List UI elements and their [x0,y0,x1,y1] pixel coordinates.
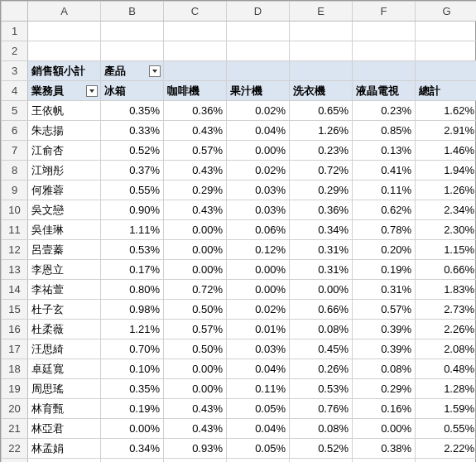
cell[interactable] [290,41,353,61]
data-cell[interactable]: 0.12% [227,240,290,260]
data-cell[interactable]: 0.01% [227,459,290,463]
data-cell[interactable]: 0.62% [416,459,477,463]
data-cell[interactable]: 0.19% [101,459,164,463]
data-cell[interactable]: 0.03% [227,180,290,200]
data-cell[interactable]: 0.10% [101,359,164,379]
data-cell[interactable]: 2.22% [416,439,477,459]
row-header[interactable]: 2 [2,41,28,61]
cell[interactable] [101,22,164,41]
data-cell[interactable]: 0.53% [101,240,164,260]
data-cell[interactable]: 0.55% [416,419,477,439]
data-cell[interactable]: 0.57% [353,300,416,320]
row-header[interactable]: 1 [2,22,28,41]
select-all-corner[interactable] [2,2,28,22]
data-cell[interactable]: 0.65% [290,101,353,121]
row-header[interactable]: 8 [2,161,28,180]
data-cell[interactable]: 0.00% [227,141,290,161]
data-cell[interactable]: 0.43% [164,161,227,180]
data-cell[interactable]: 0.04% [227,419,290,439]
data-cell[interactable]: 0.39% [353,320,416,339]
row-header[interactable]: 20 [2,399,28,419]
row-header[interactable]: 3 [2,61,28,81]
row-label-cell[interactable]: 王依帆 [28,101,101,121]
data-cell[interactable]: 0.41% [290,459,353,463]
row-label-cell[interactable]: 林孟娟 [28,439,101,459]
pivot-row-field[interactable]: 業務員 [28,81,101,101]
row-header[interactable]: 7 [2,141,28,161]
data-cell[interactable]: 0.53% [290,379,353,399]
data-cell[interactable]: 0.00% [164,359,227,379]
data-cell[interactable]: 0.66% [290,300,353,320]
row-label-cell[interactable]: 李祐萱 [28,280,101,300]
data-cell[interactable]: 0.08% [353,359,416,379]
data-cell[interactable]: 0.31% [290,240,353,260]
data-cell[interactable]: 0.11% [227,379,290,399]
row-label-cell[interactable]: 江翊彤 [28,161,101,180]
data-cell[interactable]: 0.72% [290,161,353,180]
data-cell[interactable]: 1.83% [416,280,477,300]
data-cell[interactable]: 0.04% [227,121,290,141]
data-cell[interactable]: 0.02% [227,161,290,180]
data-cell[interactable]: 2.30% [416,220,477,240]
data-cell[interactable]: 0.00% [227,260,290,280]
col-header[interactable]: A [28,2,101,22]
cell[interactable] [164,22,227,41]
data-cell[interactable]: 1.21% [101,320,164,339]
col-header[interactable]: C [164,2,227,22]
data-cell[interactable]: 0.43% [164,399,227,419]
cell[interactable] [416,22,477,41]
data-cell[interactable]: 0.05% [227,439,290,459]
data-cell[interactable]: 0.70% [101,339,164,359]
row-header[interactable]: 12 [2,240,28,260]
data-cell[interactable]: 0.31% [290,260,353,280]
data-cell[interactable]: 1.28% [416,379,477,399]
row-header[interactable]: 15 [2,300,28,320]
data-cell[interactable]: 0.50% [164,339,227,359]
data-cell[interactable]: 0.41% [353,161,416,180]
data-cell[interactable]: 2.26% [416,320,477,339]
data-cell[interactable]: 0.50% [164,300,227,320]
data-cell[interactable]: 0.00% [227,280,290,300]
data-cell[interactable]: 0.17% [101,260,164,280]
data-cell[interactable]: 0.66% [416,260,477,280]
cell[interactable] [353,22,416,41]
data-cell[interactable]: 0.52% [290,439,353,459]
data-cell[interactable]: 0.19% [101,399,164,419]
data-cell[interactable]: 0.23% [353,101,416,121]
data-cell[interactable]: 0.01% [227,320,290,339]
row-header[interactable]: 5 [2,101,28,121]
row-label-cell[interactable]: 卓廷寬 [28,359,101,379]
cell[interactable] [101,41,164,61]
row-label-cell[interactable]: 汪思綺 [28,339,101,359]
cell[interactable] [353,61,416,81]
cell[interactable] [416,41,477,61]
row-label-cell[interactable]: 林泓毅 [28,459,101,463]
data-cell[interactable]: 0.00% [353,459,416,463]
data-cell[interactable]: 0.57% [164,141,227,161]
dropdown-icon[interactable] [86,85,98,97]
data-cell[interactable]: 0.72% [164,280,227,300]
data-cell[interactable]: 0.16% [353,399,416,419]
cell[interactable] [28,41,101,61]
data-cell[interactable]: 0.93% [164,439,227,459]
data-cell[interactable]: 0.34% [101,439,164,459]
data-cell[interactable]: 0.00% [353,419,416,439]
data-cell[interactable]: 0.29% [353,379,416,399]
row-header[interactable]: 13 [2,260,28,280]
col-header[interactable]: D [227,2,290,22]
cell[interactable] [353,41,416,61]
data-cell[interactable]: 0.03% [227,200,290,220]
cell[interactable] [416,61,477,81]
data-cell[interactable]: 0.05% [227,399,290,419]
row-label-cell[interactable]: 杜柔薇 [28,320,101,339]
data-cell[interactable]: 1.94% [416,161,477,180]
data-cell[interactable]: 0.98% [101,300,164,320]
data-cell[interactable]: 0.06% [227,220,290,240]
data-cell[interactable]: 0.04% [227,359,290,379]
row-label-cell[interactable]: 朱志揚 [28,121,101,141]
row-label-cell[interactable]: 吳佳琳 [28,220,101,240]
data-cell[interactable]: 0.48% [416,359,477,379]
row-header[interactable]: 19 [2,379,28,399]
row-header[interactable]: 18 [2,359,28,379]
data-cell[interactable]: 0.52% [101,141,164,161]
